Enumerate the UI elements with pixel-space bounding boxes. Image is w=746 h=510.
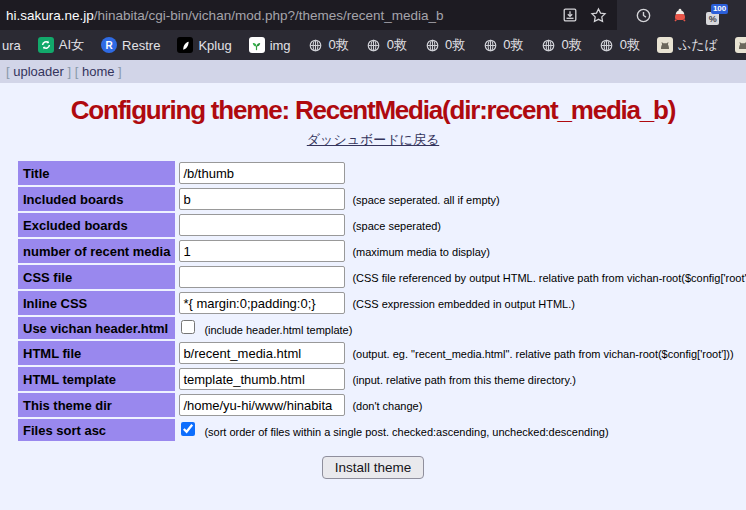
row-hint: (don't change) xyxy=(352,400,422,412)
globe-icon xyxy=(424,37,440,53)
bookmark-item[interactable]: im□ xyxy=(735,37,746,53)
bookmark-label: ふたば xyxy=(678,36,718,54)
row-input[interactable] xyxy=(179,162,345,184)
row-label: Inline CSS xyxy=(18,291,175,315)
url-path: /hinabita/cgi-bin/vichan/mod.php?/themes… xyxy=(94,8,444,23)
breadcrumb-segment: [ home ] xyxy=(75,64,122,79)
bookmark-item[interactable]: ura xyxy=(2,38,21,53)
row-value-cell: (include header.html template) xyxy=(177,317,746,339)
extension-icon[interactable] xyxy=(671,6,689,24)
row-label: HTML file xyxy=(18,341,175,365)
clock-icon-svg xyxy=(635,7,652,24)
bookmark-item[interactable]: 0救 xyxy=(599,36,640,54)
history-clock-icon[interactable] xyxy=(635,6,653,24)
bookmark-label: 0救 xyxy=(503,36,523,54)
row-input[interactable] xyxy=(179,342,345,364)
row-label: Files sort asc xyxy=(18,419,175,441)
row-value-cell: (don't change) xyxy=(177,393,746,417)
download-icon[interactable] xyxy=(561,6,579,24)
cat-icon xyxy=(657,37,673,53)
form-row: Use vichan header.html(include header.ht… xyxy=(18,317,746,339)
row-label: Excluded boards xyxy=(18,213,175,237)
form-row: This theme dir(don't change) xyxy=(18,393,746,417)
dashboard-link-wrap: ダッシュボードに戻る xyxy=(0,130,746,149)
breadcrumb-link-home[interactable]: home xyxy=(82,64,115,79)
bookmark-item[interactable]: 0救 xyxy=(366,36,407,54)
row-value-cell: (input. relative path from this theme di… xyxy=(177,367,746,391)
cat-icon xyxy=(735,37,746,53)
bookmark-item[interactable]: 0救 xyxy=(308,36,349,54)
breadcrumb-segment: [ uploader ] xyxy=(6,64,75,79)
bookmark-item[interactable]: 0救 xyxy=(424,36,465,54)
row-label: This theme dir xyxy=(18,393,175,417)
row-value-cell: (CSS file referenced by output HTML. rel… xyxy=(177,265,746,289)
page-title: Configuring theme: RecentMedia(dir:recen… xyxy=(0,95,746,126)
page-score-icon[interactable]: % 100 xyxy=(706,5,728,25)
row-value-cell: (space seperated) xyxy=(177,213,746,237)
bookmark-star-icon[interactable] xyxy=(589,6,607,24)
form-row: number of recent media(maximum media to … xyxy=(18,239,746,263)
kplug-icon xyxy=(177,37,193,53)
row-checkbox[interactable] xyxy=(181,422,195,436)
bookmark-label: ura xyxy=(2,38,21,53)
row-value-cell: (sort order of files within a single pos… xyxy=(177,419,746,441)
score-badge: 100 xyxy=(711,4,728,14)
row-input[interactable] xyxy=(179,368,345,390)
bookmark-item[interactable]: 0救 xyxy=(482,36,523,54)
url-text[interactable]: hi.sakura.ne.jp/hinabita/cgi-bin/vichan/… xyxy=(6,8,444,23)
star-icon-svg xyxy=(590,7,607,24)
row-checkbox[interactable] xyxy=(181,320,195,334)
row-input[interactable] xyxy=(179,394,345,416)
url-bar[interactable]: hi.sakura.ne.jp/hinabita/cgi-bin/vichan/… xyxy=(0,0,617,30)
globe-icon xyxy=(599,37,615,53)
bookmark-item[interactable]: Kplug xyxy=(177,37,231,53)
globe-icon xyxy=(541,37,557,53)
bookmark-item[interactable]: 0救 xyxy=(541,36,582,54)
row-label: CSS file xyxy=(18,265,175,289)
row-value-cell: (space seperated. all if empty) xyxy=(177,187,746,211)
row-hint: (output. eg. "recent_media.html". relati… xyxy=(352,348,733,360)
row-hint: (CSS file referenced by output HTML. rel… xyxy=(352,272,746,284)
row-label: number of recent media xyxy=(18,239,175,263)
toolbar-right: % 100 xyxy=(617,0,746,30)
bookmark-label: 0救 xyxy=(445,36,465,54)
dashboard-link[interactable]: ダッシュボードに戻る xyxy=(307,132,439,147)
url-host: hi.sakura.ne.jp xyxy=(6,8,94,23)
row-value-cell: (maximum media to display) xyxy=(177,239,746,263)
row-input[interactable] xyxy=(179,214,345,236)
install-theme-button[interactable]: Install theme xyxy=(322,456,425,479)
bookmark-label: 0救 xyxy=(387,36,407,54)
row-hint: (sort order of files within a single pos… xyxy=(204,426,608,438)
browser-toolbar: hi.sakura.ne.jp/hinabita/cgi-bin/vichan/… xyxy=(0,0,746,30)
row-input[interactable] xyxy=(179,292,345,314)
form-row: CSS file(CSS file referenced by output H… xyxy=(18,265,746,289)
form-row: Title xyxy=(18,161,746,185)
bookmark-item[interactable]: ふたば xyxy=(657,36,718,54)
bookmark-item[interactable]: img xyxy=(249,37,291,53)
row-hint: (maximum media to display) xyxy=(352,246,490,258)
bookmark-label: AI女 xyxy=(59,36,84,54)
breadcrumb-link-uploader[interactable]: uploader xyxy=(13,64,64,79)
row-label: Title xyxy=(18,161,175,185)
bookmark-item[interactable]: RRestre xyxy=(101,37,160,53)
bookmark-label: Restre xyxy=(122,38,160,53)
row-input[interactable] xyxy=(179,188,345,210)
form-row: Files sort asc(sort order of files withi… xyxy=(18,419,746,441)
sprout-icon xyxy=(249,37,265,53)
row-hint: (space seperated) xyxy=(352,220,441,232)
letter-r-icon: R xyxy=(101,37,117,53)
breadcrumb: [ uploader ] [ home ] xyxy=(0,60,746,83)
row-value-cell: (output. eg. "recent_media.html". relati… xyxy=(177,341,746,365)
page-content: [ uploader ] [ home ] Configuring theme:… xyxy=(0,60,746,510)
row-label: Use vichan header.html xyxy=(18,317,175,339)
row-input[interactable] xyxy=(179,240,345,262)
bookmark-item[interactable]: AI女 xyxy=(38,36,84,54)
row-input[interactable] xyxy=(179,266,345,288)
bookmark-label: 0救 xyxy=(329,36,349,54)
row-label: HTML template xyxy=(18,367,175,391)
form-row: Inline CSS(CSS expression embedded in ou… xyxy=(18,291,746,315)
row-label: Included boards xyxy=(18,187,175,211)
submit-wrap: Install theme xyxy=(0,456,746,479)
bookmarks-bar: uraAI女RRestreKplugimg0救0救0救0救0救0救ふたばim□ xyxy=(0,30,746,60)
globe-icon xyxy=(366,37,382,53)
